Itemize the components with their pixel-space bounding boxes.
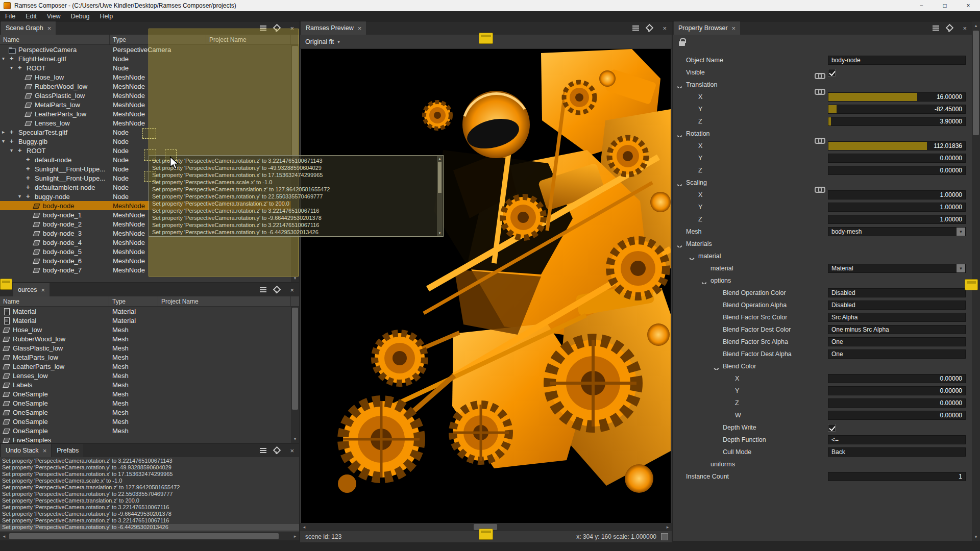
scroll-left-icon[interactable]: ◂ bbox=[300, 523, 308, 531]
pin-icon[interactable] bbox=[273, 447, 279, 454]
pin-icon[interactable] bbox=[646, 24, 652, 32]
undo-line[interactable]: Set property 'PerspectiveCamera.rotation… bbox=[0, 504, 299, 511]
pin-icon[interactable] bbox=[273, 286, 279, 293]
value-field[interactable]: One bbox=[828, 337, 966, 346]
slider-field[interactable]: 3.90000 bbox=[828, 117, 966, 126]
expander-icon[interactable]: ▾ bbox=[2, 137, 9, 146]
scrollbar-thumb[interactable] bbox=[292, 308, 298, 410]
undo-line[interactable]: Set property 'PerspectiveCamera.rotation… bbox=[0, 491, 299, 497]
resource-row[interactable]: GlassPlastic_lowMesh bbox=[0, 343, 291, 353]
undo-line[interactable]: Set property 'PerspectiveCamera.rotation… bbox=[0, 471, 299, 478]
resource-row[interactable]: OneSampleMesh bbox=[0, 389, 291, 398]
value-field[interactable]: One bbox=[828, 349, 966, 359]
tab-close-icon[interactable]: × bbox=[47, 25, 52, 32]
dropdown-arrow-icon[interactable]: ▾ bbox=[957, 264, 965, 272]
close-button[interactable]: × bbox=[957, 0, 980, 11]
caret-down-icon[interactable] bbox=[677, 134, 682, 137]
slider-field[interactable]: 16.00000 bbox=[828, 92, 966, 102]
value-field[interactable]: Disabled bbox=[828, 300, 966, 310]
undo-line[interactable]: Set property 'PerspectiveCamera.rotation… bbox=[0, 464, 299, 471]
value-field[interactable]: <= bbox=[828, 435, 966, 444]
panel-menu-icon[interactable] bbox=[933, 26, 939, 31]
tab-undo-stack[interactable]: Undo Stack× bbox=[1, 444, 51, 457]
undo-line[interactable]: Set property 'PerspectiveCamera.translat… bbox=[0, 497, 299, 504]
resource-row[interactable]: MaterialMaterial bbox=[0, 316, 291, 325]
checkbox[interactable] bbox=[828, 69, 836, 77]
dropdown-field[interactable]: body-mesh▾ bbox=[828, 227, 966, 236]
tab-close-icon[interactable]: × bbox=[41, 287, 45, 293]
caret-down-icon[interactable] bbox=[702, 281, 707, 284]
value-field[interactable]: Disabled bbox=[828, 288, 966, 297]
tab-prefabs[interactable]: Prefabs bbox=[52, 444, 83, 457]
resources-column-2[interactable]: Project Name bbox=[158, 296, 291, 306]
slider-field[interactable]: 1.00000 bbox=[828, 215, 966, 224]
resource-row[interactable]: OneSampleMesh bbox=[0, 398, 291, 408]
resource-row[interactable]: OneSampleMesh bbox=[0, 417, 291, 426]
menu-edit[interactable]: Edit bbox=[20, 11, 42, 21]
caret-down-icon[interactable] bbox=[677, 183, 682, 186]
panel-close-icon[interactable]: × bbox=[290, 447, 294, 454]
slider-field[interactable]: 0.00000 bbox=[828, 411, 966, 420]
undo-line[interactable]: Set property 'PerspectiveCamera.scale.x'… bbox=[0, 478, 299, 484]
resource-row[interactable]: MetalParts_lowMesh bbox=[0, 353, 291, 362]
expander-icon[interactable]: ▾ bbox=[10, 146, 17, 155]
scrollbar-thumb[interactable] bbox=[973, 31, 979, 135]
resource-row[interactable]: FiveSamples bbox=[0, 435, 291, 443]
caret-down-icon[interactable] bbox=[690, 256, 695, 260]
resource-row[interactable]: LeatherParts_lowMesh bbox=[0, 362, 291, 371]
minimize-button[interactable]: − bbox=[910, 0, 933, 11]
tab-ramses-preview[interactable]: Ramses Preview × bbox=[301, 21, 366, 35]
panel-menu-icon[interactable] bbox=[260, 287, 266, 292]
slider-field[interactable]: 1.00000 bbox=[828, 203, 966, 212]
scroll-left-icon[interactable]: ◂ bbox=[0, 532, 8, 540]
expander-icon[interactable]: ▾ bbox=[10, 63, 17, 72]
slider-field[interactable]: 0.00000 bbox=[828, 398, 966, 408]
undo-line[interactable]: Set property 'PerspectiveCamera.rotation… bbox=[0, 517, 299, 524]
slider-field[interactable]: -82.45000 bbox=[828, 105, 966, 114]
status-icon[interactable] bbox=[661, 533, 668, 540]
resource-row[interactable]: MaterialMaterial bbox=[0, 307, 291, 316]
value-field[interactable]: Src Alpha bbox=[828, 313, 966, 322]
tab-scene-graph[interactable]: Scene Graph × bbox=[1, 21, 56, 35]
dropdown-field[interactable]: Material▾ bbox=[828, 264, 966, 273]
undo-line[interactable]: Set property 'PerspectiveCamera.rotation… bbox=[0, 458, 299, 464]
panel-menu-icon[interactable] bbox=[632, 26, 639, 31]
resources-scrollbar[interactable]: ▾ bbox=[291, 307, 299, 443]
panel-close-icon[interactable]: × bbox=[963, 25, 967, 32]
tab-resources[interactable]: ources × bbox=[13, 283, 50, 296]
dropdown-arrow-icon[interactable]: ▾ bbox=[957, 228, 965, 236]
tab-close-icon[interactable]: × bbox=[732, 25, 736, 32]
resources-column-1[interactable]: Type bbox=[109, 296, 158, 306]
menu-debug[interactable]: Debug bbox=[66, 11, 95, 21]
scroll-up-icon[interactable]: ▴ bbox=[972, 21, 980, 30]
caret-down-icon[interactable] bbox=[714, 366, 719, 370]
expander-icon[interactable]: ▾ bbox=[18, 192, 25, 201]
scene-graph-column-0[interactable]: Name bbox=[0, 35, 110, 44]
scroll-down-icon[interactable]: ▾ bbox=[291, 435, 299, 443]
preview-viewport[interactable] bbox=[301, 49, 671, 523]
checkbox[interactable] bbox=[828, 424, 836, 432]
resource-row[interactable]: Hose_lowMesh bbox=[0, 325, 291, 334]
scroll-right-icon[interactable]: ▸ bbox=[291, 532, 299, 540]
resource-row[interactable]: RubberWood_lowMesh bbox=[0, 334, 291, 343]
horizontal-scrollbar[interactable]: ◂ ▸ bbox=[0, 532, 299, 540]
slider-field[interactable]: 1 bbox=[828, 472, 966, 481]
scrollbar-thumb[interactable] bbox=[9, 533, 279, 539]
resource-row[interactable]: Lenses_lowMesh bbox=[0, 371, 291, 380]
value-field[interactable]: One minus Src Alpha bbox=[828, 325, 966, 334]
slider-field[interactable]: 112.01836 bbox=[828, 141, 966, 151]
slider-field[interactable]: 1.00000 bbox=[828, 190, 966, 199]
scroll-down-icon[interactable]: ▾ bbox=[972, 533, 980, 541]
resource-row[interactable]: LabelsMesh bbox=[0, 380, 291, 389]
expander-icon[interactable]: ▾ bbox=[2, 54, 9, 63]
panel-menu-icon[interactable] bbox=[260, 448, 266, 453]
tab-close-icon[interactable]: × bbox=[358, 25, 362, 32]
scroll-right-icon[interactable]: ▸ bbox=[664, 523, 672, 531]
slider-field[interactable]: 0.00000 bbox=[828, 166, 966, 175]
menu-help[interactable]: Help bbox=[94, 11, 118, 21]
menu-view[interactable]: View bbox=[42, 11, 66, 21]
maximize-button[interactable]: □ bbox=[933, 0, 957, 11]
slider-field[interactable]: 0.00000 bbox=[828, 154, 966, 163]
resources-column-0[interactable]: Name bbox=[0, 296, 109, 306]
resource-row[interactable]: OneSampleMesh bbox=[0, 408, 291, 417]
